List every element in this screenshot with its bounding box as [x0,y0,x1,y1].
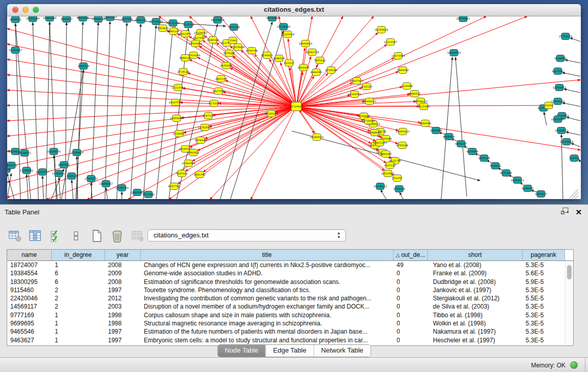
table-cell[interactable]: Estimation of the future numbers of pati… [141,327,394,336]
table-cell[interactable]: 2 [52,286,105,294]
graph-node[interactable]: 8996512 [408,91,420,97]
table-cell[interactable]: 1 [52,336,105,344]
table-cell[interactable]: 1 [52,311,105,319]
network-canvas[interactable]: 2405572205533462069140694636279465546145… [7,16,581,199]
select-columns-icon[interactable] [48,228,63,244]
graph-node[interactable]: 9777169 [142,191,154,198]
table-cell[interactable]: Yano et al. (2008) [428,261,522,269]
table-cell[interactable]: 5.5E-5 [522,294,565,302]
graph-node[interactable]: 20691406 [43,16,56,21]
table-cell[interactable]: 0 [394,319,428,327]
graph-node[interactable]: 9984067 [380,151,391,158]
table-cell[interactable]: 5.3E-5 [522,286,565,294]
table-cell[interactable]: 5.3E-5 [522,327,565,336]
table-cell[interactable]: 0 [394,294,428,302]
graph-node[interactable]: 9896123 [179,55,191,61]
table-cell[interactable]: 5.3E-5 [522,311,565,319]
float-panel-icon[interactable] [561,207,569,217]
table-cell[interactable]: 1 [52,327,105,336]
graph-node[interactable]: 11156862 [20,167,33,174]
graph-node[interactable]: 10958167 [99,181,113,187]
zoom-button[interactable] [33,7,39,13]
create-column-icon[interactable] [89,228,104,244]
table-cell[interactable]: Stergiakouli et al. (2012) [428,294,522,302]
delete-column-icon[interactable] [110,228,125,244]
table-cell[interactable]: 5.3E-5 [522,261,565,269]
graph-node[interactable]: 7625402 [176,170,187,177]
graph-node[interactable]: 12353594 [198,124,212,131]
table-cell[interactable]: 1997 [105,327,141,336]
graph-node[interactable]: 2803144 [215,76,227,82]
table-cell[interactable]: 2003 [105,302,141,311]
graph-node[interactable]: 3216123 [360,83,372,90]
graph-node[interactable]: 6734028 [325,67,337,74]
table-cell[interactable]: 5.3E-5 [522,302,565,311]
graph-node[interactable]: 5675685 [223,50,235,57]
table-cell[interactable]: 0 [394,336,428,344]
table-cell[interactable]: Investigating the contribution of common… [141,294,394,302]
column-header-short[interactable]: short [428,250,522,260]
graph-node[interactable]: 252254 [392,175,403,182]
table-cell[interactable]: 0 [394,311,428,319]
graph-node[interactable]: 9465546 [77,16,89,21]
table-row[interactable]: 1456911722003Disruption of a novel membe… [7,302,573,311]
table-cell[interactable]: 0 [394,278,428,286]
graph-node[interactable]: 19654923 [396,128,409,135]
graph-node[interactable]: 6879197 [455,141,467,147]
column-header-out-de[interactable]: △ out_de... [394,250,428,260]
graph-node-hub[interactable]: 18724007 [290,102,303,111]
table-cell[interactable]: 1997 [105,336,141,344]
graph-node[interactable]: 16640910 [299,40,312,47]
graph-node[interactable]: 9227343 [552,68,563,75]
graph-node[interactable]: 2905334 [77,63,90,70]
table-cell[interactable]: 6 [52,278,105,286]
table-cell[interactable]: 2009 [105,269,141,277]
graph-node[interactable]: 7515526 [182,21,194,28]
graph-node[interactable]: 15192971 [555,127,568,134]
graph-node[interactable]: 2405572 [9,16,21,23]
graph-node[interactable]: 9115460 [418,103,429,110]
network-view[interactable]: 2405572205533462069140694636279465546145… [7,16,581,199]
table-cell[interactable]: 1998 [105,319,141,327]
graph-node[interactable]: 23676068 [231,44,245,51]
graph-node[interactable]: 9129946 [554,55,566,62]
graph-node[interactable]: 7632621 [489,163,501,169]
table-cell[interactable]: 18300295 [7,278,52,286]
minimize-button[interactable] [23,7,29,13]
table-cell[interactable]: Franke et al. (2009) [428,269,522,277]
graph-node[interactable]: 6471626 [500,170,512,177]
table-selector[interactable]: citations_edges.txt ▲▼ [147,229,346,242]
table-row[interactable]: 1830029562008Estimation of significance … [7,278,573,286]
close-button[interactable] [12,7,18,13]
table-cell[interactable]: 5.3E-5 [522,319,565,327]
graph-node[interactable]: 20206576 [47,148,60,155]
table-cell[interactable]: 1 [52,319,105,327]
graph-node[interactable]: 15218506 [277,24,290,30]
close-panel-icon[interactable]: ✕ [575,208,582,216]
column-header-year[interactable]: year [105,250,141,260]
graph-node[interactable]: 917004 [209,100,220,107]
graph-node[interactable]: 9146821 [261,52,273,59]
table-cell[interactable]: 2012 [105,294,141,302]
table-cell[interactable]: Hescheler et al. (1997) [428,336,522,344]
tab-node-table[interactable]: Node Table [217,345,266,357]
graph-node[interactable]: 1733426 [393,186,405,192]
table-cell[interactable]: 2008 [105,278,141,286]
table-cell[interactable]: 2008 [105,261,141,269]
table-cell[interactable]: 9699695 [7,319,52,327]
table-cell[interactable]: 5.6E-5 [522,269,565,277]
graph-node[interactable]: 19524861 [381,170,395,177]
scrollbar-thumb[interactable] [567,265,572,279]
network-window-titlebar[interactable]: citations_edges.txt [7,4,581,16]
graph-node[interactable]: 16648794 [447,50,461,56]
graph-node[interactable]: 1546 [229,37,237,44]
graph-node[interactable]: 9457791 [168,183,180,190]
graph-node[interactable]: 7955812 [314,57,325,64]
graph-node[interactable]: 9756928 [396,142,408,149]
table-row[interactable]: 946554611997Estimation of the future num… [7,327,573,336]
graph-node[interactable]: 7485063 [397,67,408,74]
graph-node[interactable]: 16961758 [306,49,319,56]
graph-node[interactable]: 15136141 [374,183,387,190]
graph-node[interactable]: 17359924 [70,149,84,156]
graph-node[interactable]: 9097587 [58,162,70,168]
